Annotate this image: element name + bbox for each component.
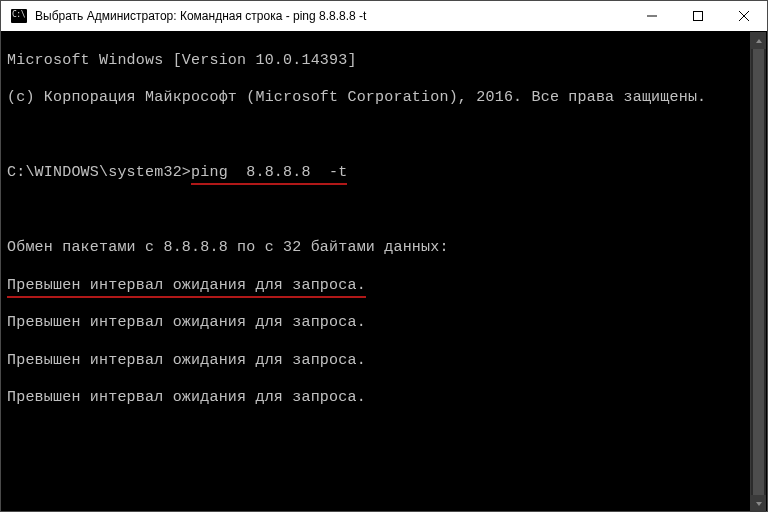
svg-rect-0 xyxy=(647,16,657,17)
maximize-button[interactable] xyxy=(675,1,721,31)
minimize-icon xyxy=(647,11,657,21)
prompt-path: C:\WINDOWS\system32> xyxy=(7,164,191,181)
scroll-track[interactable] xyxy=(751,49,766,495)
banner-version: Microsoft Windows [Version 10.0.14393] xyxy=(7,52,761,71)
terminal-output[interactable]: Microsoft Windows [Version 10.0.14393] (… xyxy=(1,31,767,511)
chevron-up-icon xyxy=(755,37,763,45)
timeout-line-4: Превышен интервал ожидания для запроса. xyxy=(7,389,761,408)
svg-rect-1 xyxy=(694,12,703,21)
vertical-scrollbar[interactable] xyxy=(750,32,766,512)
ping-header: Обмен пакетами с 8.8.8.8 по с 32 байтами… xyxy=(7,239,761,258)
titlebar[interactable]: Выбрать Администратор: Командная строка … xyxy=(1,1,767,31)
svg-marker-5 xyxy=(756,502,762,506)
scroll-thumb[interactable] xyxy=(753,49,764,495)
minimize-button[interactable] xyxy=(629,1,675,31)
maximize-icon xyxy=(693,11,703,21)
prompt-line: C:\WINDOWS\system32>ping 8.8.8.8 -t xyxy=(7,164,761,183)
app-icon xyxy=(9,6,29,26)
scroll-down-button[interactable] xyxy=(751,495,766,512)
typed-command: ping 8.8.8.8 -t xyxy=(191,164,347,183)
close-button[interactable] xyxy=(721,1,767,31)
window-title: Выбрать Администратор: Командная строка … xyxy=(35,9,629,23)
window-controls xyxy=(629,1,767,31)
scroll-up-button[interactable] xyxy=(751,32,766,49)
cmd-icon xyxy=(11,9,27,23)
title-select-prefix: Выбрать xyxy=(35,9,83,23)
svg-marker-4 xyxy=(756,39,762,43)
close-icon xyxy=(739,11,749,21)
timeout-line-2: Превышен интервал ожидания для запроса. xyxy=(7,314,761,333)
chevron-down-icon xyxy=(755,500,763,508)
timeout-line-1: Превышен интервал ожидания для запроса. xyxy=(7,277,761,296)
title-main: Администратор: Командная строка - ping 8… xyxy=(87,9,367,23)
banner-copyright: (c) Корпорация Майкрософт (Microsoft Cor… xyxy=(7,89,761,108)
timeout-line-3: Превышен интервал ожидания для запроса. xyxy=(7,352,761,371)
cmd-window: Выбрать Администратор: Командная строка … xyxy=(0,0,768,512)
